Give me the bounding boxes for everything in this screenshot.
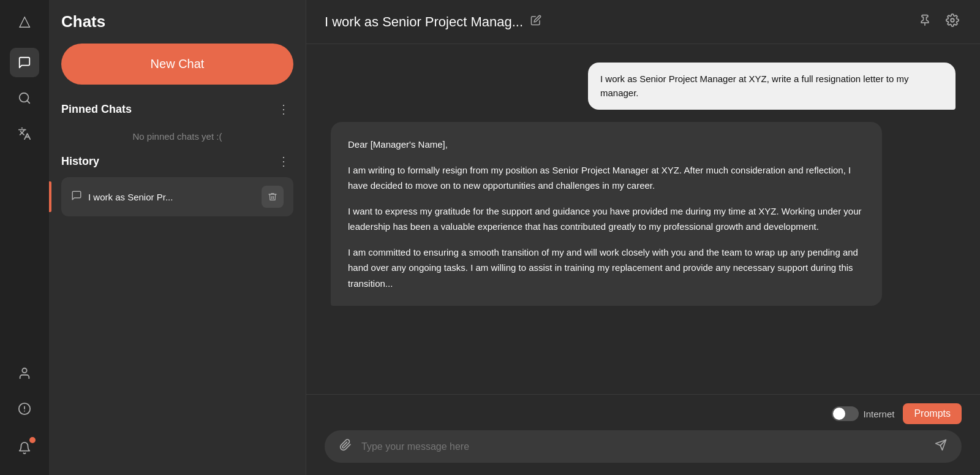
edit-title-icon[interactable] bbox=[530, 15, 541, 29]
toggle-knob bbox=[833, 408, 845, 420]
pinned-title: Pinned Chats bbox=[61, 103, 132, 116]
bottom-bar: Internet Prompts bbox=[306, 394, 980, 475]
svg-point-7 bbox=[951, 18, 954, 22]
history-title: History bbox=[61, 155, 99, 168]
new-chat-button[interactable]: New Chat bbox=[61, 44, 293, 85]
ai-para-2: I want to express my gratitude for the s… bbox=[348, 203, 865, 235]
attach-button[interactable] bbox=[337, 436, 354, 457]
bottom-controls: Internet Prompts bbox=[325, 403, 962, 424]
ai-para-0: Dear [Manager's Name], bbox=[348, 137, 865, 153]
logo-icon: △ bbox=[19, 12, 30, 29]
sidebar-icon-bell[interactable] bbox=[10, 433, 39, 463]
ai-para-1: I am writing to formally resign from my … bbox=[348, 162, 865, 194]
history-item-text: I work as Senior Pr... bbox=[88, 192, 255, 202]
internet-toggle-container: Internet bbox=[832, 406, 895, 421]
pinned-section-header: Pinned Chats ⋮ bbox=[61, 102, 293, 116]
message-input[interactable] bbox=[361, 441, 925, 452]
bell-badge bbox=[29, 437, 36, 443]
internet-toggle[interactable] bbox=[832, 406, 859, 421]
sidebar-icon-translate[interactable] bbox=[10, 119, 39, 148]
ai-message: Dear [Manager's Name], I am writing to f… bbox=[331, 122, 882, 306]
prompts-button[interactable]: Prompts bbox=[903, 403, 962, 424]
send-button[interactable] bbox=[932, 436, 949, 457]
sidebar-icon-search[interactable] bbox=[10, 83, 39, 113]
svg-point-2 bbox=[22, 368, 26, 373]
pinned-more-button[interactable]: ⋮ bbox=[274, 102, 293, 116]
sidebar-icon-user[interactable] bbox=[10, 359, 39, 388]
user-message: I work as Senior Project Manager at XYZ,… bbox=[588, 63, 956, 110]
svg-line-1 bbox=[27, 101, 29, 103]
icon-sidebar: △ bbox=[0, 0, 49, 475]
input-row bbox=[325, 430, 962, 463]
panel-title: Chats bbox=[61, 12, 293, 31]
messages-area: I work as Senior Project Manager at XYZ,… bbox=[306, 44, 980, 394]
history-more-button[interactable]: ⋮ bbox=[274, 154, 293, 169]
internet-label: Internet bbox=[864, 409, 895, 419]
header-actions bbox=[916, 11, 962, 32]
chat-title-area: I work as Senior Project Manag... bbox=[325, 14, 541, 30]
history-item[interactable]: I work as Senior Pr... bbox=[61, 177, 293, 216]
settings-button[interactable] bbox=[943, 11, 962, 32]
chat-title: I work as Senior Project Manag... bbox=[325, 14, 523, 30]
ai-para-3: I am committed to ensuring a smooth tran… bbox=[348, 245, 865, 292]
history-item-chat-icon bbox=[71, 190, 82, 204]
main-chat: I work as Senior Project Manag... bbox=[306, 0, 980, 475]
chat-header: I work as Senior Project Manag... bbox=[306, 0, 980, 44]
sidebar-icon-chat[interactable] bbox=[10, 48, 39, 77]
left-panel: Chats New Chat Pinned Chats ⋮ No pinned … bbox=[49, 0, 306, 475]
history-item-delete-button[interactable] bbox=[262, 186, 284, 208]
sidebar-icon-info[interactable] bbox=[10, 394, 39, 424]
pinned-empty-text: No pinned chats yet :( bbox=[61, 125, 293, 154]
pin-button[interactable] bbox=[916, 12, 933, 32]
history-section-header: History ⋮ bbox=[61, 154, 293, 169]
